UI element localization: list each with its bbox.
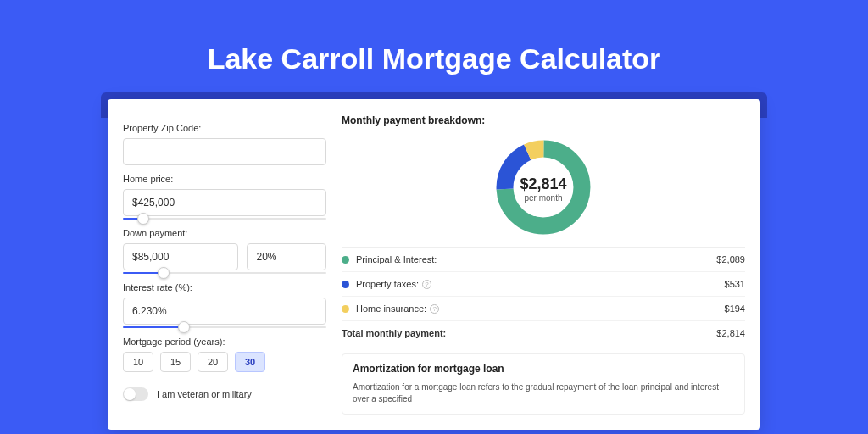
interest-input[interactable] <box>123 298 326 325</box>
down-payment-slider[interactable] <box>123 272 326 274</box>
legend-label-text: Home insurance: <box>356 303 426 314</box>
legend-label: Home insurance: ? <box>356 303 725 314</box>
calculator-card: Property Zip Code: Home price: Down paym… <box>108 99 760 430</box>
slider-thumb[interactable] <box>137 213 149 225</box>
donut-center-amount: $2,814 <box>520 175 566 193</box>
donut-center: $2,814 per month <box>520 175 566 203</box>
period-label: Mortgage period (years): <box>123 337 326 347</box>
slider-thumb[interactable] <box>158 267 170 279</box>
total-label: Total monthly payment: <box>342 328 716 338</box>
legend: Principal & Interest: $2,089 Property ta… <box>342 247 745 345</box>
legend-dot-icon <box>342 305 349 313</box>
zip-label: Property Zip Code: <box>123 123 326 133</box>
home-price-label: Home price: <box>123 174 326 184</box>
legend-label-text: Property taxes: <box>356 279 419 289</box>
donut-chart: $2,814 per month <box>342 131 745 247</box>
legend-value: $531 <box>725 279 745 289</box>
legend-dot-icon <box>342 281 349 288</box>
amort-text: Amortization for a mortgage loan refers … <box>353 381 734 405</box>
period-btn-15[interactable]: 15 <box>160 352 191 372</box>
help-icon[interactable]: ? <box>430 304 439 314</box>
home-price-input[interactable] <box>123 189 326 216</box>
interest-label: Interest rate (%): <box>123 282 326 292</box>
period-btn-20[interactable]: 20 <box>198 352 228 372</box>
period-btn-10[interactable]: 10 <box>123 352 153 372</box>
results-panel: Monthly payment breakdown: $2,814 per mo… <box>342 114 745 430</box>
inputs-panel: Property Zip Code: Home price: Down paym… <box>123 114 326 430</box>
legend-value: $2,089 <box>716 254 745 264</box>
toggle-knob <box>124 388 136 400</box>
breakdown-title: Monthly payment breakdown: <box>342 114 745 126</box>
home-price-slider[interactable] <box>123 218 326 220</box>
down-payment-label: Down payment: <box>123 228 326 238</box>
veteran-label: I am veteran or military <box>157 389 252 399</box>
legend-dot-icon <box>342 256 349 264</box>
period-btn-30[interactable]: 30 <box>235 352 265 372</box>
legend-label: Principal & Interest: <box>356 254 716 264</box>
down-payment-pct-input[interactable] <box>247 243 326 270</box>
legend-label: Property taxes: ? <box>356 279 725 289</box>
zip-input[interactable] <box>123 138 326 165</box>
legend-row-insurance: Home insurance: ? $194 <box>342 296 745 320</box>
legend-row-taxes: Property taxes: ? $531 <box>342 271 745 296</box>
total-value: $2,814 <box>716 328 745 338</box>
donut-center-sub: per month <box>520 193 566 203</box>
slider-thumb[interactable] <box>178 321 190 333</box>
veteran-toggle[interactable] <box>123 387 148 401</box>
help-icon[interactable]: ? <box>422 280 431 289</box>
down-payment-input[interactable] <box>123 243 238 270</box>
amortization-card: Amortization for mortgage loan Amortizat… <box>342 353 745 415</box>
amort-title: Amortization for mortgage loan <box>353 363 734 375</box>
period-group: 10 15 20 30 <box>123 352 326 372</box>
legend-row-principal: Principal & Interest: $2,089 <box>342 248 745 271</box>
page-title: Lake Carroll Mortgage Calculator <box>0 42 868 75</box>
legend-row-total: Total monthly payment: $2,814 <box>342 320 745 345</box>
legend-value: $194 <box>725 303 745 314</box>
interest-slider[interactable] <box>123 326 326 328</box>
